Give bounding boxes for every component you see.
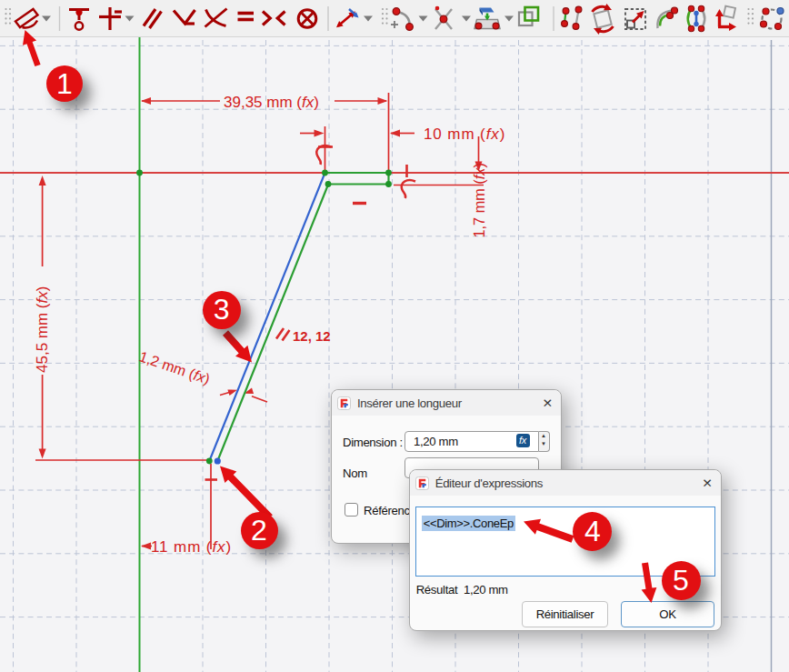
- svg-text:10 mm (fx): 10 mm (fx): [424, 125, 505, 143]
- svg-text:11 mm (fx): 11 mm (fx): [151, 538, 232, 556]
- svg-text:45,5 mm (fx): 45,5 mm (fx): [34, 286, 51, 373]
- svg-text:12, 12: 12, 12: [293, 328, 331, 344]
- svg-text:1,7 mm (fx): 1,7 mm (fx): [471, 163, 487, 237]
- svg-text:1,2 mm (fx): 1,2 mm (fx): [137, 348, 212, 386]
- svg-text:39,35 mm (fx): 39,35 mm (fx): [224, 94, 319, 111]
